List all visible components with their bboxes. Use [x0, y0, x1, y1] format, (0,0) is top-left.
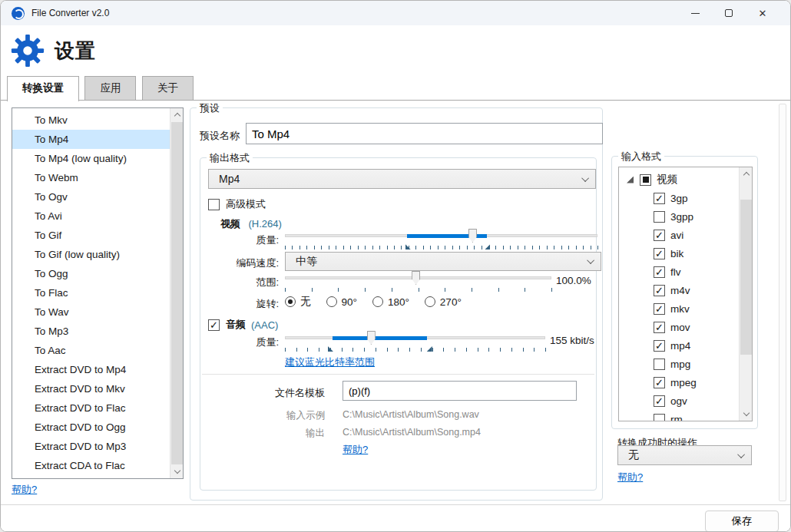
format-tree-item[interactable]: mp4	[619, 336, 739, 355]
preset-list: To MkvTo Mp4To Mp4 (low quality)To WebmT…	[12, 108, 170, 478]
format-checkbox[interactable]	[654, 322, 665, 333]
bluray-bitrate-link[interactable]: 建议蓝光比特率范围	[285, 355, 375, 369]
output-format-combo[interactable]: Mp4	[208, 169, 596, 189]
format-checkbox[interactable]	[654, 193, 665, 204]
radio-icon[interactable]	[285, 296, 296, 307]
main-scrollbar[interactable]	[779, 104, 786, 501]
video-quality-slider[interactable]	[285, 229, 597, 243]
scroll-down-icon[interactable]	[740, 408, 753, 421]
format-tree-item[interactable]: m4v	[619, 281, 739, 299]
format-tree-item[interactable]: mpeg	[619, 373, 739, 392]
preset-list-item[interactable]: To Mp3	[12, 322, 170, 341]
tick-mark	[498, 288, 499, 292]
tick-mark	[554, 246, 554, 249]
format-checkbox[interactable]	[654, 248, 665, 259]
filename-template-input[interactable]	[343, 381, 577, 401]
maximize-button[interactable]	[712, 2, 746, 25]
preset-list-item[interactable]: Extract DVD to Flac	[12, 398, 170, 418]
tick-mark	[285, 246, 286, 249]
preset-list-item[interactable]: To Gif (low quality)	[12, 245, 170, 264]
format-tree-item[interactable]: 3gpp	[619, 207, 739, 226]
format-checkbox[interactable]	[654, 359, 665, 370]
preset-list-item[interactable]: Extract CDA to Flac	[12, 456, 170, 475]
format-tree-scrollbar[interactable]	[739, 167, 752, 421]
post-action-combo[interactable]: 无	[617, 445, 752, 465]
preset-list-item[interactable]: To Mp4	[12, 130, 170, 149]
format-checkbox[interactable]	[654, 285, 665, 296]
audio-quality-slider[interactable]	[285, 331, 545, 345]
format-tree-item[interactable]: mkv	[619, 299, 739, 318]
tick-mark	[547, 246, 548, 249]
preset-list-item[interactable]: To Gif	[12, 226, 170, 245]
rotation-option[interactable]: 无	[285, 295, 311, 309]
encoding-speed-combo[interactable]: 中等	[285, 252, 601, 271]
scale-slider[interactable]	[285, 271, 551, 285]
minimize-button[interactable]	[678, 2, 712, 25]
tick-mark	[568, 246, 569, 249]
scroll-up-icon[interactable]	[170, 108, 184, 121]
preset-list-item[interactable]: Extract DVD to Mp3	[12, 437, 170, 456]
slider-thumb[interactable]	[412, 271, 420, 285]
preset-list-item[interactable]: To Aac	[12, 341, 170, 360]
preset-list-item[interactable]: To Mp4 (low quality)	[12, 149, 170, 168]
format-tree-item[interactable]: ogv	[619, 392, 739, 410]
preset-list-scrollbar[interactable]	[170, 108, 183, 478]
preset-list-help-link[interactable]: 帮助?	[12, 483, 37, 497]
format-checkbox[interactable]	[654, 377, 665, 388]
preset-list-item[interactable]: To Avi	[12, 207, 170, 226]
radio-icon[interactable]	[372, 296, 383, 307]
filename-help-link[interactable]: 帮助?	[343, 443, 368, 457]
format-checkbox[interactable]	[654, 230, 665, 241]
tab-application[interactable]: 应用	[84, 76, 136, 100]
format-tree-item[interactable]: mov	[619, 318, 739, 336]
tab-conversion-settings[interactable]: 转换设置	[7, 76, 79, 101]
preset-list-item[interactable]: Extract DVD to Ogg	[12, 418, 170, 437]
format-tree-item[interactable]: rm	[619, 410, 739, 421]
format-tree-item[interactable]: 3gp	[619, 189, 739, 207]
scrollbar-thumb[interactable]	[740, 200, 752, 355]
close-button[interactable]: ✕	[746, 2, 779, 25]
collapse-icon[interactable]	[627, 177, 634, 183]
format-tree-item[interactable]: avi	[619, 226, 739, 244]
scroll-down-icon[interactable]	[170, 465, 184, 478]
scrollbar-thumb[interactable]	[171, 122, 183, 464]
preset-list-item[interactable]: Extract DVD to Mkv	[12, 379, 170, 398]
preset-list-item[interactable]: Extract DVD to Mp4	[12, 360, 170, 379]
rotation-option[interactable]: 180°	[372, 296, 409, 308]
range-marker-high	[485, 244, 490, 249]
rotation-option[interactable]: 90°	[326, 296, 357, 308]
scroll-up-icon[interactable]	[740, 167, 753, 180]
preset-list-item[interactable]: To Wav	[12, 302, 170, 322]
format-tree-item[interactable]: mpg	[619, 355, 739, 373]
tab-about[interactable]: 关于	[142, 76, 194, 100]
audio-enabled-checkbox[interactable]	[208, 319, 220, 331]
advanced-mode-checkbox[interactable]	[208, 199, 220, 210]
radio-icon[interactable]	[326, 296, 337, 307]
format-tree-item[interactable]: flv	[619, 263, 739, 281]
tick-mark	[523, 348, 524, 352]
format-checkbox[interactable]	[654, 211, 665, 223]
rotation-option[interactable]: 270°	[425, 296, 462, 308]
tab-bar: 转换设置 应用 关于	[1, 76, 790, 100]
preset-list-item[interactable]: To Mkv	[12, 111, 170, 130]
format-checkbox[interactable]	[654, 340, 665, 352]
format-checkbox[interactable]	[654, 395, 665, 407]
video-quality-label: 质量:	[231, 233, 279, 247]
slider-thumb[interactable]	[468, 229, 477, 243]
video-category-checkbox[interactable]	[640, 174, 651, 186]
preset-name-input[interactable]	[246, 123, 603, 144]
tick-mark	[500, 348, 501, 352]
save-button[interactable]: 保存	[705, 511, 779, 532]
input-formats-help-link[interactable]: 帮助?	[617, 471, 643, 484]
radio-icon[interactable]	[425, 296, 435, 307]
preset-list-item[interactable]: To Flac	[12, 283, 170, 302]
preset-list-item[interactable]: To Ogg	[12, 264, 170, 283]
preset-list-item[interactable]: To Ogv	[12, 187, 170, 207]
slider-thumb[interactable]	[367, 331, 376, 345]
preset-list-item[interactable]: To Webm	[12, 168, 170, 187]
format-tree-item[interactable]: bik	[619, 244, 739, 263]
format-checkbox[interactable]	[654, 266, 665, 278]
format-tree-root[interactable]: 视频	[619, 170, 739, 189]
format-checkbox[interactable]	[654, 414, 665, 421]
format-checkbox[interactable]	[654, 303, 665, 315]
